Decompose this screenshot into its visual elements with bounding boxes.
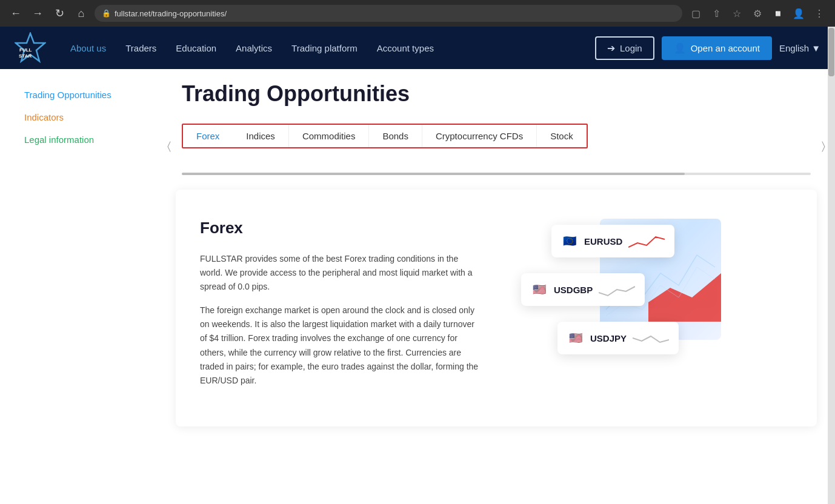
nav-about-us[interactable]: About us [70,43,106,53]
nav-links: About us Traders Education Analytics Tra… [70,43,595,53]
bookmark-icon[interactable]: ☆ [728,5,745,22]
extensions-icon[interactable]: ⚙ [749,5,766,22]
currency-cards: 🇪🇺 EURUSD 🇺🇸 USDGBP [515,219,721,376]
currency-card-eurusd: 🇪🇺 EURUSD [551,225,674,257]
nav-traders[interactable]: Traders [125,43,156,53]
url-text: fullstar.net/trading-opportunities/ [115,9,227,18]
eurusd-flag-icon: 🇪🇺 [561,233,578,250]
scroll-thumb [182,173,685,175]
forex-title: Forex [200,219,479,237]
chevron-down-icon: ▼ [811,43,820,53]
eurusd-chart-icon [628,232,665,250]
back-button[interactable]: ← [7,5,24,22]
tab-forex[interactable]: Forex [182,124,234,148]
page-layout: Trading Opportunities Indicators Legal i… [0,69,835,504]
cast-icon[interactable]: ▢ [687,5,704,22]
usdgbp-label: USDGBP [554,285,593,295]
home-button[interactable]: ⌂ [73,5,90,22]
open-account-icon: 👤 [674,42,686,54]
main-content: Trading Opportunities 〈 Forex Indices Co… [170,69,835,504]
reload-button[interactable]: ↻ [51,5,68,22]
sidebar-link-legal-information[interactable]: Legal information [24,128,170,151]
forex-text-area: Forex FULLSTAR provides some of the best… [200,219,479,397]
browser-chrome: ← → ↻ ⌂ 🔒 fullstar.net/trading-opportuni… [0,0,835,27]
svg-text:FULL: FULL [19,47,32,53]
open-account-button[interactable]: 👤 Open an account [662,36,772,60]
eurusd-label: EURUSD [584,236,622,247]
share-icon[interactable]: ⇧ [708,5,725,22]
tab-crypto-cfds[interactable]: Cryptocurrency CFDs [422,125,537,147]
header-actions: ➔ Login 👤 Open an account English ▼ [595,36,820,60]
nav-analytics[interactable]: Analytics [236,43,272,53]
svg-text:STAR: STAR [19,53,32,59]
forex-desc-2: The foreign exchange market is open arou… [200,303,479,388]
open-account-label: Open an account [691,43,760,53]
login-icon: ➔ [607,42,615,54]
language-selector[interactable]: English ▼ [779,43,820,53]
page-scrollbar[interactable] [828,27,835,504]
logo[interactable]: FULL STAR [15,32,46,64]
forex-desc-1: FULLSTAR provides some of the best Forex… [200,252,479,294]
tab-indices[interactable]: Indices [233,125,289,147]
usdgbp-flag-icon: 🇺🇸 [531,281,548,298]
tab-stock[interactable]: Stock [537,125,587,147]
profile-icon[interactable]: 👤 [790,5,807,22]
usdjpy-label: USDJPY [590,333,627,343]
nav-account-types[interactable]: Account types [377,43,434,53]
scroll-right-arrow[interactable]: 〉 [822,139,825,152]
browser-actions: ▢ ⇧ ☆ ⚙ ◽ 👤 ⋮ [687,5,828,22]
scroll-left-arrow[interactable]: 〈 [167,139,171,152]
login-button[interactable]: ➔ Login [595,36,654,60]
nav-trading-platform[interactable]: Trading platform [291,43,358,53]
usdjpy-chart-icon [633,329,669,347]
site-header: FULL STAR About us Traders Education Ana… [0,27,835,69]
currency-card-usdgbp: 🇺🇸 USDGBP [521,273,645,306]
usdjpy-flag-icon: 🇺🇸 [567,330,584,346]
forward-button[interactable]: → [29,5,46,22]
login-label: Login [620,43,642,53]
page-title: Trading Opportunities [182,81,811,107]
tabs-scroll-area: 〈 Forex Indices Commodities Bonds Crypto… [182,124,811,168]
scroll-track [182,173,811,175]
nav-education[interactable]: Education [176,43,216,53]
sidebar: Trading Opportunities Indicators Legal i… [0,69,170,504]
forex-section: Forex FULLSTAR provides some of the best… [176,190,817,426]
tab-commodities[interactable]: Commodities [289,125,370,147]
tab-bonds[interactable]: Bonds [369,125,422,147]
logo-star-icon: FULL STAR [15,32,46,64]
sidebar-link-trading-opportunities[interactable]: Trading Opportunities [24,84,170,106]
tabs-container: Forex Indices Commodities Bonds Cryptocu… [182,124,588,148]
sidebar-link-indicators[interactable]: Indicators [24,106,170,128]
language-label: English [779,43,809,53]
forex-visual: 🇪🇺 EURUSD 🇺🇸 USDGBP [515,219,721,376]
lock-icon: 🔒 [102,9,111,18]
currency-card-usdjpy: 🇺🇸 USDJPY [557,322,679,354]
menu-icon[interactable]: ⋮ [811,5,828,22]
scrollbar-thumb [828,28,834,76]
window-icon[interactable]: ◽ [770,5,787,22]
address-bar[interactable]: 🔒 fullstar.net/trading-opportunities/ [95,5,682,22]
usdgbp-chart-icon [599,280,635,299]
